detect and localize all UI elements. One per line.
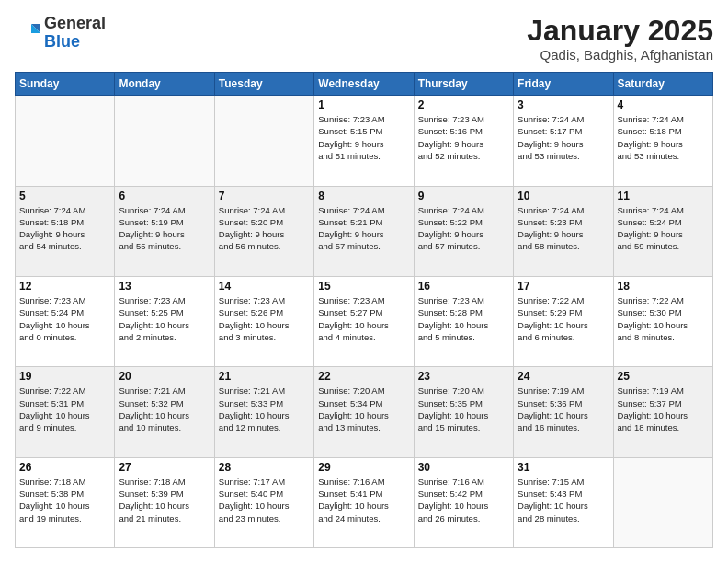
day-number: 17 [518,280,609,293]
day-number: 20 [119,370,210,383]
table-row: 2Sunrise: 7:23 AM Sunset: 5:16 PM Daylig… [414,96,513,186]
logo-text: General Blue [44,15,106,52]
table-row: 19Sunrise: 7:22 AM Sunset: 5:31 PM Dayli… [16,367,115,457]
day-number: 2 [418,98,509,111]
day-detail: Sunrise: 7:18 AM Sunset: 5:39 PM Dayligh… [119,476,210,524]
table-row: 16Sunrise: 7:23 AM Sunset: 5:28 PM Dayli… [414,276,513,366]
day-number: 5 [19,190,110,202]
table-row: 23Sunrise: 7:20 AM Sunset: 5:35 PM Dayli… [414,367,513,457]
day-number: 19 [19,370,110,383]
day-number: 21 [219,370,310,383]
day-detail: Sunrise: 7:15 AM Sunset: 5:43 PM Dayligh… [518,476,609,524]
month-year: January 2025 [527,15,713,47]
day-number: 23 [418,370,509,383]
logo-general-text: General [44,14,106,32]
col-sunday: Sunday [16,73,115,96]
table-row: 5Sunrise: 7:24 AM Sunset: 5:18 PM Daylig… [16,186,115,276]
day-detail: Sunrise: 7:24 AM Sunset: 5:19 PM Dayligh… [119,204,210,253]
table-row: 31Sunrise: 7:15 AM Sunset: 5:43 PM Dayli… [514,457,613,547]
day-number: 3 [518,98,609,111]
day-number: 25 [618,370,709,383]
day-detail: Sunrise: 7:23 AM Sunset: 5:25 PM Dayligh… [119,294,210,343]
table-row: 6Sunrise: 7:24 AM Sunset: 5:19 PM Daylig… [115,186,214,276]
col-monday: Monday [115,73,214,96]
page: General Blue January 2025 Qadis, Badghis… [0,0,728,563]
logo-icon [15,20,40,46]
day-detail: Sunrise: 7:24 AM Sunset: 5:20 PM Dayligh… [219,204,310,253]
day-number: 31 [518,461,609,474]
col-saturday: Saturday [613,73,712,96]
calendar-week-row: 26Sunrise: 7:18 AM Sunset: 5:38 PM Dayli… [16,457,713,547]
table-row: 10Sunrise: 7:24 AM Sunset: 5:23 PM Dayli… [514,186,613,276]
table-row: 28Sunrise: 7:17 AM Sunset: 5:40 PM Dayli… [214,457,313,547]
table-row: 14Sunrise: 7:23 AM Sunset: 5:26 PM Dayli… [214,276,313,366]
day-number: 18 [618,280,709,293]
logo-blue-text: Blue [44,32,80,51]
day-detail: Sunrise: 7:17 AM Sunset: 5:40 PM Dayligh… [219,476,310,524]
day-number: 22 [318,370,409,383]
day-detail: Sunrise: 7:24 AM Sunset: 5:23 PM Dayligh… [518,204,609,253]
day-detail: Sunrise: 7:22 AM Sunset: 5:29 PM Dayligh… [518,294,609,343]
table-row [16,96,115,186]
calendar-table: Sunday Monday Tuesday Wednesday Thursday… [15,72,713,548]
day-detail: Sunrise: 7:23 AM Sunset: 5:24 PM Dayligh… [19,294,110,343]
day-detail: Sunrise: 7:19 AM Sunset: 5:36 PM Dayligh… [518,385,609,433]
table-row: 12Sunrise: 7:23 AM Sunset: 5:24 PM Dayli… [16,276,115,366]
table-row: 25Sunrise: 7:19 AM Sunset: 5:37 PM Dayli… [613,367,712,457]
calendar-week-row: 12Sunrise: 7:23 AM Sunset: 5:24 PM Dayli… [16,276,713,366]
location: Qadis, Badghis, Afghanistan [527,47,713,63]
table-row: 29Sunrise: 7:16 AM Sunset: 5:41 PM Dayli… [314,457,414,547]
day-detail: Sunrise: 7:20 AM Sunset: 5:34 PM Dayligh… [318,385,409,433]
day-number: 30 [418,461,509,474]
table-row: 9Sunrise: 7:24 AM Sunset: 5:22 PM Daylig… [414,186,513,276]
table-row: 18Sunrise: 7:22 AM Sunset: 5:30 PM Dayli… [613,276,712,366]
header: General Blue January 2025 Qadis, Badghis… [15,15,713,63]
col-thursday: Thursday [414,73,513,96]
day-detail: Sunrise: 7:21 AM Sunset: 5:33 PM Dayligh… [219,385,310,433]
day-detail: Sunrise: 7:22 AM Sunset: 5:30 PM Dayligh… [618,294,709,343]
day-detail: Sunrise: 7:23 AM Sunset: 5:15 PM Dayligh… [318,113,409,162]
day-number: 9 [418,190,509,202]
day-detail: Sunrise: 7:24 AM Sunset: 5:22 PM Dayligh… [418,204,509,253]
day-detail: Sunrise: 7:19 AM Sunset: 5:37 PM Dayligh… [618,385,709,433]
table-row: 1Sunrise: 7:23 AM Sunset: 5:15 PM Daylig… [314,96,414,186]
calendar-week-row: 5Sunrise: 7:24 AM Sunset: 5:18 PM Daylig… [16,186,713,276]
day-number: 12 [19,280,110,293]
day-number: 13 [119,280,210,293]
table-row: 24Sunrise: 7:19 AM Sunset: 5:36 PM Dayli… [514,367,613,457]
day-detail: Sunrise: 7:23 AM Sunset: 5:26 PM Dayligh… [219,294,310,343]
title-block: January 2025 Qadis, Badghis, Afghanistan [527,15,713,63]
calendar-header-row: Sunday Monday Tuesday Wednesday Thursday… [16,73,713,96]
table-row: 21Sunrise: 7:21 AM Sunset: 5:33 PM Dayli… [214,367,313,457]
table-row [214,96,313,186]
day-detail: Sunrise: 7:24 AM Sunset: 5:17 PM Dayligh… [518,113,609,162]
table-row: 13Sunrise: 7:23 AM Sunset: 5:25 PM Dayli… [115,276,214,366]
day-detail: Sunrise: 7:24 AM Sunset: 5:18 PM Dayligh… [19,204,110,253]
table-row: 4Sunrise: 7:24 AM Sunset: 5:18 PM Daylig… [613,96,712,186]
day-detail: Sunrise: 7:23 AM Sunset: 5:27 PM Dayligh… [318,294,409,343]
logo: General Blue [15,15,106,52]
day-number: 4 [618,98,709,111]
table-row: 27Sunrise: 7:18 AM Sunset: 5:39 PM Dayli… [115,457,214,547]
day-number: 26 [19,461,110,474]
day-detail: Sunrise: 7:24 AM Sunset: 5:21 PM Dayligh… [318,204,409,253]
table-row: 26Sunrise: 7:18 AM Sunset: 5:38 PM Dayli… [16,457,115,547]
day-number: 14 [219,280,310,293]
table-row: 8Sunrise: 7:24 AM Sunset: 5:21 PM Daylig… [314,186,414,276]
day-detail: Sunrise: 7:24 AM Sunset: 5:18 PM Dayligh… [618,113,709,162]
day-number: 8 [318,190,409,202]
table-row [613,457,712,547]
table-row: 7Sunrise: 7:24 AM Sunset: 5:20 PM Daylig… [214,186,313,276]
col-wednesday: Wednesday [314,73,414,96]
day-number: 1 [318,98,409,111]
day-detail: Sunrise: 7:23 AM Sunset: 5:28 PM Dayligh… [418,294,509,343]
day-number: 10 [518,190,609,202]
table-row: 11Sunrise: 7:24 AM Sunset: 5:24 PM Dayli… [613,186,712,276]
day-detail: Sunrise: 7:16 AM Sunset: 5:41 PM Dayligh… [318,476,409,524]
day-detail: Sunrise: 7:16 AM Sunset: 5:42 PM Dayligh… [418,476,509,524]
day-number: 11 [618,190,709,202]
table-row [115,96,214,186]
day-detail: Sunrise: 7:21 AM Sunset: 5:32 PM Dayligh… [119,385,210,433]
day-detail: Sunrise: 7:22 AM Sunset: 5:31 PM Dayligh… [19,385,110,433]
day-detail: Sunrise: 7:23 AM Sunset: 5:16 PM Dayligh… [418,113,509,162]
